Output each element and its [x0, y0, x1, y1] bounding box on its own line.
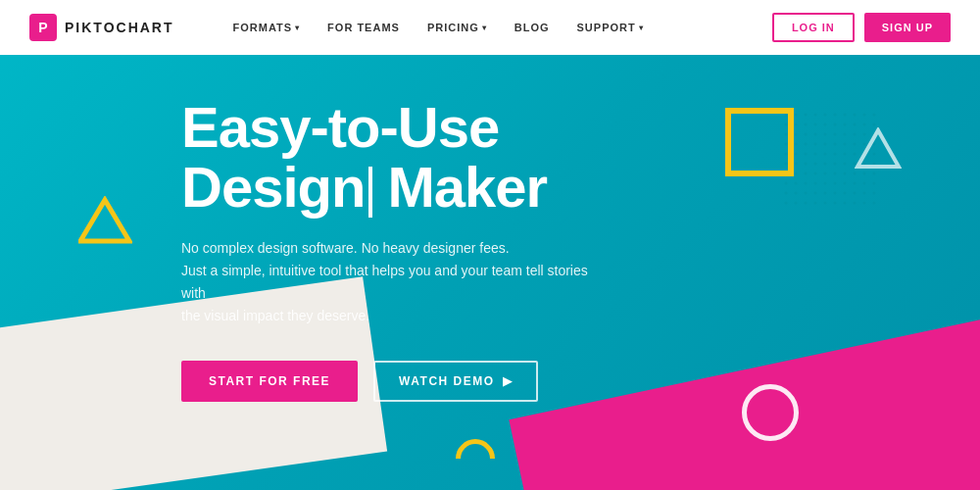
svg-marker-3	[858, 130, 899, 167]
navbar: P PIKTOCHART FORMATS ▾ FOR TEAMS PRICING…	[0, 0, 980, 55]
nav-link-teams[interactable]: FOR TEAMS	[327, 22, 400, 33]
chevron-down-icon: ▾	[639, 24, 644, 32]
hero-content: Easy-to-Use Design Maker No complex desi…	[181, 98, 593, 402]
hero-subtitle: No complex design software. No heavy des…	[181, 237, 593, 327]
arrow-right-icon: ▶	[503, 374, 514, 388]
watch-demo-button[interactable]: WATCH DEMO ▶	[373, 361, 538, 402]
login-button[interactable]: LOG IN	[772, 13, 855, 42]
deco-white-triangle	[855, 127, 902, 171]
deco-yellow-triangle	[78, 196, 132, 245]
svg-marker-2	[80, 200, 129, 241]
nav-link-blog[interactable]: BLOG	[514, 22, 550, 33]
chevron-down-icon: ▾	[482, 24, 487, 32]
logo-text: PIKTOCHART	[65, 20, 174, 35]
deco-yellow-arc	[448, 431, 504, 487]
nav-link-formats[interactable]: FORMATS ▾	[233, 22, 301, 33]
nav-links: FORMATS ▾ FOR TEAMS PRICING ▾ BLOG SUPPO…	[233, 22, 772, 33]
signup-button[interactable]: SIGN UP	[864, 13, 951, 42]
logo-icon: P	[29, 14, 57, 41]
nav-actions: LOG IN SIGN UP	[772, 13, 951, 42]
deco-white-circle	[742, 384, 799, 441]
deco-yellow-square	[725, 108, 794, 176]
hero-title: Easy-to-Use Design Maker	[181, 98, 593, 218]
logo[interactable]: P PIKTOCHART	[29, 14, 174, 41]
nav-link-pricing[interactable]: PRICING ▾	[427, 22, 487, 33]
start-for-free-button[interactable]: START FOR FREE	[181, 361, 358, 402]
chevron-down-icon: ▾	[295, 24, 300, 32]
hero-buttons: START FOR FREE WATCH DEMO ▶	[181, 361, 593, 402]
nav-link-support[interactable]: SUPPORT ▾	[577, 22, 644, 33]
